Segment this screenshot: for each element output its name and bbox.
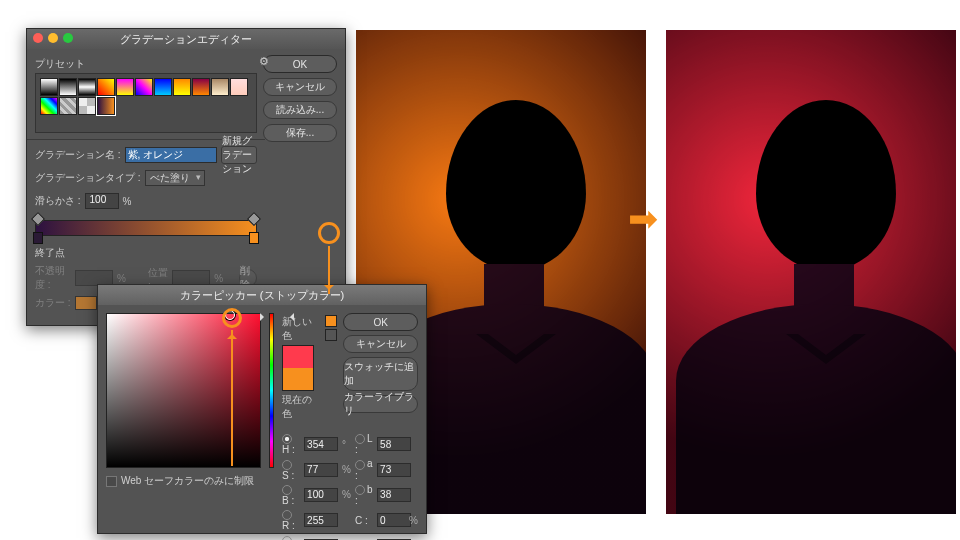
color-library-button[interactable]: カラーライブラリ <box>343 395 418 413</box>
presets-label: プリセット <box>35 57 257 71</box>
smoothness-label: 滑らかさ : <box>35 194 81 208</box>
h-input[interactable] <box>304 437 338 451</box>
c-input[interactable] <box>377 513 411 527</box>
gradient-stop-left[interactable] <box>33 232 43 244</box>
gradient-editor-titlebar[interactable]: グラデーションエディター <box>27 29 345 49</box>
gamut-warning-icon[interactable] <box>325 315 337 327</box>
result-panel-after <box>666 30 956 514</box>
color-field[interactable] <box>106 313 261 468</box>
stops-section-label: 終了点 <box>35 246 257 260</box>
a-input[interactable] <box>377 463 411 477</box>
gradation-name-input[interactable]: 紫, オレンジ <box>125 147 217 163</box>
load-button[interactable]: 読み込み... <box>263 101 337 119</box>
gradation-name-label: グラデーション名 : <box>35 148 121 162</box>
smoothness-unit: % <box>123 196 132 207</box>
cancel-button[interactable]: キャンセル <box>263 78 337 96</box>
gradient-editor-dialog: グラデーションエディター プリセット <box>26 28 346 326</box>
smoothness-input[interactable]: 100 <box>85 193 119 209</box>
window-controls[interactable] <box>33 33 73 43</box>
hue-pointer[interactable] <box>266 313 288 321</box>
annotation-ring-stop <box>318 222 340 244</box>
websafe-warning-icon[interactable] <box>325 329 337 341</box>
new-color-swatch <box>283 346 313 368</box>
preset-grid[interactable] <box>35 73 257 133</box>
b-hsb-input[interactable] <box>304 488 338 502</box>
preset-menu-icon[interactable]: ⚙ <box>259 55 269 68</box>
gradient-editor-title: グラデーションエディター <box>120 32 252 47</box>
gradient-bar[interactable] <box>35 220 257 236</box>
annotation-ring-cursor <box>222 308 242 328</box>
current-color-label: 現在の色 <box>282 393 319 421</box>
annotation-arrow-down <box>328 246 330 294</box>
picker-cancel-button[interactable]: キャンセル <box>343 335 418 353</box>
stop-color-swatch[interactable] <box>75 296 97 310</box>
picker-ok-button[interactable]: OK <box>343 313 418 331</box>
color-picker-titlebar[interactable]: カラーピッカー (ストップカラー) <box>98 285 426 305</box>
r-input[interactable] <box>304 513 338 527</box>
stop-color-label: カラー : <box>35 296 71 310</box>
current-color-swatch <box>283 368 313 390</box>
gradation-type-label: グラデーションタイプ : <box>35 171 141 185</box>
hue-slider[interactable] <box>269 313 274 468</box>
websafe-checkbox[interactable]: Web セーフカラーのみに制限 <box>106 474 261 488</box>
color-picker-dialog: カラーピッカー (ストップカラー) Web セーフカラーのみに制限 新しい色 現… <box>97 284 427 534</box>
color-picker-title: カラーピッカー (ストップカラー) <box>180 288 344 303</box>
save-button[interactable]: 保存... <box>263 124 337 142</box>
l-input[interactable] <box>377 437 411 451</box>
add-swatch-button[interactable]: スウォッチに追加 <box>343 357 418 391</box>
color-compare-chip <box>282 345 314 391</box>
ok-button[interactable]: OK <box>263 55 337 73</box>
color-value-grid: H :° L : S :% a : B :% b : R : C :% G : … <box>282 433 418 540</box>
b-lab-input[interactable] <box>377 488 411 502</box>
annotation-arrow-up <box>231 330 233 466</box>
opacity-label: 不透明度 : <box>35 264 71 292</box>
transform-arrow-icon: ➡ <box>628 198 658 240</box>
gradation-type-select[interactable]: べた塗り <box>145 170 205 186</box>
gradient-stop-right[interactable] <box>249 232 259 244</box>
new-gradation-button[interactable]: 新規グラデーション <box>221 146 257 164</box>
s-input[interactable] <box>304 463 338 477</box>
